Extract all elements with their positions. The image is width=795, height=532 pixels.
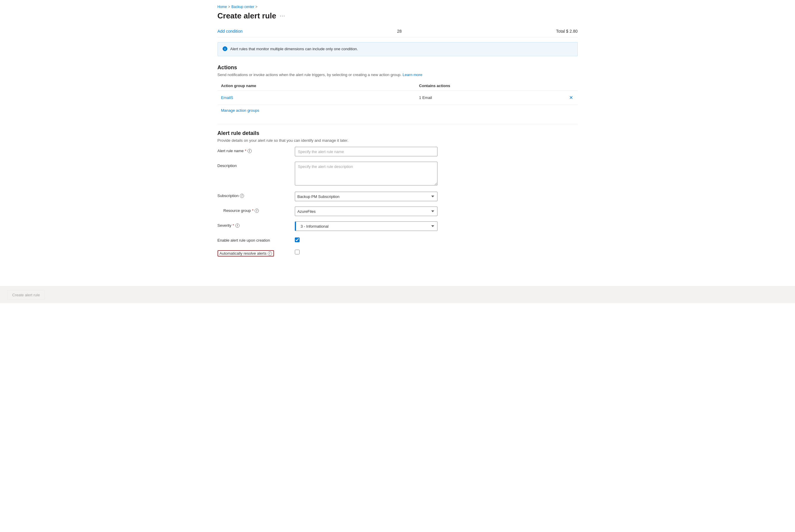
breadcrumb-backup-center[interactable]: Backup center (231, 5, 254, 9)
table-row: EmailS 1 Email ✕ (217, 91, 578, 105)
create-alert-rule-button[interactable]: Create alert rule (7, 290, 45, 300)
total-cost: Total $ 2.80 (556, 29, 578, 34)
action-group-actions-cell: 1 Email (415, 91, 560, 105)
alert-rule-details-section: Alert rule details Provide details on yo… (217, 130, 578, 256)
action-group-name-link[interactable]: EmailS (221, 95, 233, 100)
alert-details-title: Alert rule details (217, 130, 578, 136)
actions-table: Action group name Contains actions Email… (217, 81, 578, 105)
alert-rule-name-input[interactable] (295, 147, 437, 156)
auto-resolve-checkbox[interactable] (295, 250, 300, 254)
severity-required-star: * (232, 223, 234, 228)
required-star: * (245, 149, 246, 153)
resource-group-label: Resource group * i (217, 208, 295, 213)
subscription-row: Subscription i Backup PM Subscription (217, 192, 578, 201)
alert-details-form: Alert rule name * i Description (217, 147, 578, 256)
svg-text:i: i (224, 47, 225, 51)
alert-rule-name-info-icon: i (248, 149, 252, 153)
severity-info-icon: i (235, 224, 240, 228)
enable-alert-rule-checkbox[interactable] (295, 238, 300, 242)
auto-resolve-label: Automatically resolve alerts i (217, 250, 295, 256)
subscription-info-icon: i (240, 194, 244, 198)
breadcrumb-sep2: > (255, 5, 258, 9)
severity-row: Severity * i 0 - Critical 1 - Error 2 - … (217, 222, 578, 231)
severity-label: Severity * i (217, 223, 295, 228)
add-condition-button[interactable]: Add condition (217, 29, 243, 34)
actions-section-title: Actions (217, 64, 578, 71)
description-input[interactable] (295, 162, 437, 186)
table-col-action-group: Action group name (217, 81, 416, 91)
remove-action-group-button[interactable]: ✕ (568, 94, 574, 102)
description-row: Description (217, 162, 578, 186)
manage-action-groups-link[interactable]: Manage action groups (221, 108, 260, 113)
breadcrumb-sep1: > (228, 5, 230, 9)
resource-group-row: Resource group * i AzureFiles (217, 207, 578, 216)
alert-rule-name-row: Alert rule name * i (217, 147, 578, 156)
subscription-select[interactable]: Backup PM Subscription (295, 192, 437, 201)
learn-more-link[interactable]: Learn more (402, 73, 422, 77)
auto-resolve-info-icon: i (268, 251, 272, 255)
resource-group-select[interactable]: AzureFiles (295, 207, 437, 216)
breadcrumb-home[interactable]: Home (217, 5, 227, 9)
resource-group-required-star: * (252, 208, 253, 213)
info-banner-text: Alert rules that monitor multiple dimens… (230, 46, 358, 52)
resource-group-info-icon: i (255, 209, 259, 213)
severity-select[interactable]: 0 - Critical 1 - Error 2 - Warning 3 - I… (295, 222, 437, 231)
footer-bar: Create alert rule (0, 286, 795, 303)
page-title: Create alert rule (217, 11, 277, 20)
info-banner-icon: i (223, 46, 227, 52)
subscription-label: Subscription i (217, 193, 295, 198)
actions-section: Actions Send notifications or invoke act… (217, 64, 578, 116)
table-col-remove (560, 81, 578, 91)
alert-details-desc: Provide details on your alert rule so th… (217, 138, 578, 142)
divider (217, 124, 578, 124)
description-label: Description (217, 164, 295, 168)
enable-alert-rule-row: Enable alert rule upon creation (217, 236, 578, 243)
more-options-icon[interactable]: ··· (280, 13, 285, 19)
alert-rule-name-label: Alert rule name * i (217, 149, 295, 153)
info-banner: i Alert rules that monitor multiple dime… (217, 42, 578, 56)
table-col-contains-actions: Contains actions (415, 81, 560, 91)
breadcrumb: Home > Backup center > (217, 5, 578, 9)
condition-count: 28 (397, 29, 402, 34)
enable-alert-rule-label: Enable alert rule upon creation (217, 238, 295, 243)
actions-section-desc: Send notifications or invoke actions whe… (217, 73, 578, 77)
auto-resolve-row: Automatically resolve alerts i (217, 248, 578, 256)
